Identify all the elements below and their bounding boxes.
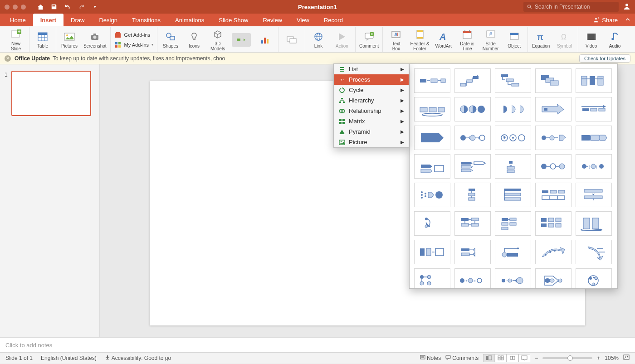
smartart-gallery-item[interactable] bbox=[535, 68, 572, 93]
link-button[interactable]: Link bbox=[309, 31, 328, 49]
search-input[interactable] bbox=[535, 4, 615, 10]
tab-design[interactable]: Design bbox=[92, 14, 124, 26]
undo-icon[interactable] bbox=[64, 3, 71, 10]
notes-button[interactable]: Notes bbox=[420, 355, 441, 361]
smartart-gallery-item[interactable] bbox=[535, 211, 572, 236]
tab-transitions[interactable]: Transitions bbox=[125, 14, 168, 26]
user-icon[interactable] bbox=[623, 3, 630, 11]
equation-button[interactable]: π Equation bbox=[532, 31, 551, 49]
screenshot-button[interactable]: Screenshot bbox=[83, 31, 107, 49]
tab-home[interactable]: Home bbox=[3, 14, 33, 26]
symbol-button[interactable]: Ω Symbol bbox=[555, 31, 574, 49]
smartart-category-matrix[interactable]: Matrix▶ bbox=[334, 116, 409, 126]
notes-pane[interactable]: Click to add notes bbox=[0, 337, 635, 352]
smartart-gallery-item[interactable] bbox=[576, 183, 612, 207]
smartart-gallery-item[interactable] bbox=[414, 211, 450, 236]
zoom-out-button[interactable]: − bbox=[535, 355, 538, 361]
smartart-gallery-item[interactable] bbox=[535, 268, 572, 289]
smartart-category-picture[interactable]: Picture▶ bbox=[334, 137, 409, 147]
smartart-gallery-item[interactable]: += bbox=[454, 268, 491, 289]
close-updatebar-icon[interactable]: ✕ bbox=[5, 55, 11, 62]
smartart-gallery-item[interactable] bbox=[414, 183, 450, 207]
sorter-view-button[interactable] bbox=[495, 354, 507, 362]
smartart-gallery-item[interactable] bbox=[414, 154, 450, 179]
smartart-gallery-item[interactable] bbox=[535, 126, 572, 150]
search-box[interactable] bbox=[523, 2, 619, 12]
normal-view-button[interactable] bbox=[483, 354, 495, 362]
smartart-gallery-item[interactable] bbox=[454, 126, 491, 150]
smartart-gallery-item[interactable] bbox=[454, 68, 491, 93]
share-button[interactable]: + Share bbox=[588, 14, 635, 26]
header-footer-button[interactable]: Header & Footer bbox=[410, 29, 429, 51]
smartart-gallery-item[interactable] bbox=[414, 268, 450, 289]
wordart-button[interactable]: A WordArt bbox=[434, 31, 453, 49]
smartart-category-process[interactable]: Process▶ bbox=[334, 74, 409, 85]
comments-button[interactable]: Comments bbox=[445, 355, 479, 361]
smartart-gallery-item[interactable] bbox=[576, 240, 612, 264]
tab-slideshow[interactable]: Slide Show bbox=[211, 14, 255, 26]
zoom-button[interactable] bbox=[282, 34, 301, 46]
smartart-gallery-item[interactable] bbox=[454, 211, 491, 236]
smartart-gallery-item[interactable] bbox=[414, 240, 450, 264]
slide-number-button[interactable]: # Slide Number bbox=[481, 29, 500, 51]
smartart-button[interactable] bbox=[232, 33, 251, 47]
smartart-gallery-item[interactable] bbox=[576, 97, 612, 121]
comment-button[interactable]: Comment bbox=[359, 31, 379, 49]
zoom-slider[interactable] bbox=[542, 357, 592, 359]
save-icon[interactable] bbox=[50, 3, 58, 10]
tab-draw[interactable]: Draw bbox=[64, 14, 92, 26]
action-button[interactable]: Action bbox=[332, 31, 352, 49]
smartart-gallery-item[interactable] bbox=[414, 97, 450, 121]
textbox-button[interactable]: A Text Box bbox=[386, 29, 405, 51]
zoom-dot[interactable] bbox=[21, 5, 26, 10]
smartart-category-hierarchy[interactable]: Hierarchy▶ bbox=[334, 95, 409, 106]
tab-animations[interactable]: Animations bbox=[168, 14, 211, 26]
smartart-gallery-item[interactable] bbox=[495, 154, 531, 179]
smartart-gallery-item[interactable] bbox=[414, 126, 450, 150]
fit-to-window-button[interactable] bbox=[623, 354, 630, 361]
smartart-gallery-item[interactable] bbox=[454, 154, 491, 179]
minimize-dot[interactable] bbox=[13, 5, 18, 10]
reading-view-button[interactable] bbox=[507, 354, 518, 362]
smartart-gallery-item[interactable] bbox=[535, 183, 572, 207]
smartart-gallery-item[interactable] bbox=[495, 97, 531, 121]
smartart-gallery-item[interactable] bbox=[495, 240, 531, 264]
smartart-gallery-item[interactable] bbox=[576, 68, 612, 93]
smartart-gallery-item[interactable]: () bbox=[576, 154, 612, 179]
home-icon[interactable] bbox=[37, 3, 44, 10]
status-accessibility[interactable]: Accessibility: Good to go bbox=[105, 355, 171, 361]
smartart-gallery-item[interactable] bbox=[454, 240, 491, 264]
audio-button[interactable]: Audio bbox=[606, 31, 625, 49]
slide-thumbnail[interactable] bbox=[11, 71, 91, 116]
tab-review[interactable]: Review bbox=[255, 14, 289, 26]
shapes-button[interactable]: Shapes bbox=[161, 31, 180, 49]
zoom-slider-thumb[interactable] bbox=[567, 355, 573, 361]
tab-record[interactable]: Record bbox=[317, 14, 350, 26]
close-dot[interactable] bbox=[5, 5, 10, 10]
table-button[interactable]: Table bbox=[33, 31, 52, 49]
tab-insert[interactable]: Insert bbox=[33, 14, 64, 26]
smartart-gallery-item[interactable] bbox=[495, 183, 531, 207]
smartart-gallery-item[interactable] bbox=[495, 126, 531, 150]
check-updates-button[interactable]: Check for Updates bbox=[579, 54, 630, 63]
smartart-gallery-item[interactable] bbox=[495, 68, 531, 93]
smartart-gallery-item[interactable] bbox=[535, 240, 572, 264]
smartart-gallery-item[interactable] bbox=[495, 211, 531, 236]
get-addins-button[interactable]: Get Add-ins bbox=[114, 31, 153, 39]
redo-icon[interactable] bbox=[78, 3, 85, 10]
smartart-category-pyramid[interactable]: Pyramid▶ bbox=[334, 126, 409, 137]
3d-models-button[interactable]: 3D Models bbox=[208, 29, 227, 51]
object-button[interactable]: Object bbox=[505, 31, 524, 49]
smartart-gallery-item[interactable] bbox=[454, 183, 491, 207]
smartart-category-list[interactable]: List▶ bbox=[334, 64, 409, 74]
my-addins-button[interactable]: My Add-ins ▾ bbox=[114, 41, 153, 49]
zoom-in-button[interactable]: + bbox=[597, 355, 600, 361]
smartart-category-relationship[interactable]: Relationship▶ bbox=[334, 106, 409, 116]
qat-more-icon[interactable]: ▾ bbox=[91, 3, 98, 10]
ribbon-collapse-icon[interactable] bbox=[625, 17, 630, 24]
smartart-gallery-item[interactable]: + bbox=[495, 268, 531, 289]
new-slide-button[interactable]: New Slide bbox=[6, 29, 25, 51]
datetime-button[interactable]: Date & Time bbox=[458, 29, 477, 51]
chart-button[interactable] bbox=[255, 34, 274, 46]
smartart-gallery-item[interactable] bbox=[535, 154, 572, 179]
